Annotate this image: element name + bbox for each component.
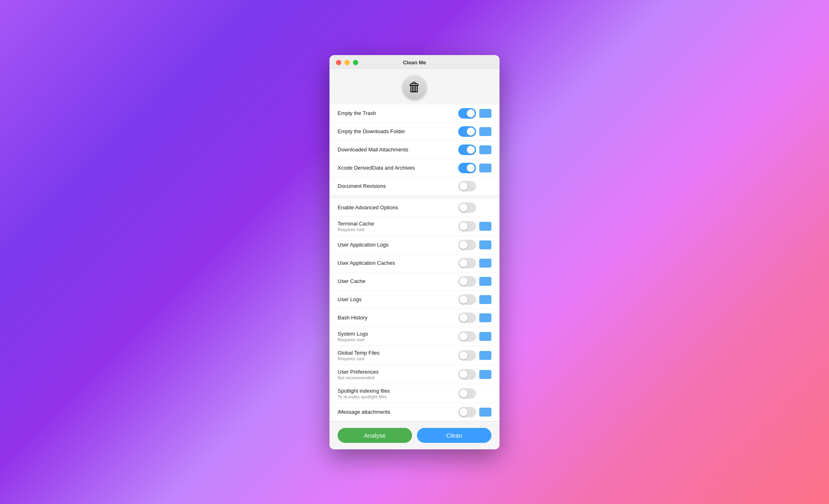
toggle-track-spotlight [458,388,476,399]
toggle-track-bash-history [458,313,476,323]
item-row-user-logs: User Logs [329,291,500,309]
analyse-button[interactable]: Analyse [338,428,412,443]
item-subtitle-global-temp: Requires root [338,356,458,361]
section-divider [329,196,500,199]
item-label-xcode-derived: Xcode DerivedData and Archives [338,165,458,171]
detail-btn-downloaded-mail[interactable] [479,145,491,154]
item-controls-enable-advanced [458,202,491,213]
detail-btn-system-logs[interactable] [479,332,491,341]
item-row-user-cache: User Cache [329,272,500,291]
detail-btn-user-cache[interactable] [479,277,491,286]
toggle-track-empty-trash [458,108,476,119]
item-label-user-prefs: User PreferencesNot recommended [338,369,458,380]
item-controls-user-app-logs [458,240,491,250]
toggle-thumb-system-logs [459,332,468,340]
item-name-empty-trash: Empty the Trash [338,110,458,116]
item-label-imessage: iMessage attachments [338,409,458,415]
detail-btn-user-app-logs[interactable] [479,240,491,249]
item-label-downloaded-mail: Downloaded Mail Attachments [338,147,458,153]
item-subtitle-spotlight: To re-index spotlight files [338,394,458,399]
toggle-user-logs[interactable] [458,294,476,305]
toggle-track-user-prefs [458,369,476,380]
detail-btn-user-app-caches[interactable] [479,259,491,268]
item-label-bash-history: Bash History [338,315,458,321]
item-subtitle-user-prefs: Not recommended [338,375,458,380]
toggle-downloaded-mail[interactable] [458,145,476,155]
toggle-thumb-spotlight [459,389,468,398]
detail-btn-empty-downloads[interactable] [479,127,491,136]
toggle-user-app-caches[interactable] [458,258,476,268]
detail-btn-empty-trash[interactable] [479,109,491,118]
trash-icon: 🗑 [408,80,421,95]
minimize-button[interactable] [344,60,350,65]
toggle-spotlight[interactable] [458,388,476,399]
toggle-system-logs[interactable] [458,331,476,342]
toggle-thumb-user-cache [459,277,468,285]
maximize-button[interactable] [353,60,358,65]
item-controls-bash-history [458,313,491,323]
toggle-thumb-terminal-cache [459,222,468,230]
toggle-user-app-logs[interactable] [458,240,476,250]
toggle-empty-downloads[interactable] [458,126,476,137]
item-row-downloaded-mail: Downloaded Mail Attachments [329,141,500,159]
detail-btn-global-temp[interactable] [479,351,491,360]
item-label-spotlight: Spotlight indexing filesTo re-index spot… [338,388,458,399]
app-window: Clean Me 🗑 Empty the TrashEmpty the Down… [329,55,500,449]
item-row-imessage: iMessage attachments [329,403,500,421]
item-name-user-app-logs: User Application Logs [338,242,458,248]
toggle-user-prefs[interactable] [458,369,476,380]
item-label-terminal-cache: Terminal CacheRequires root [338,221,458,232]
item-subtitle-terminal-cache: Requires root [338,227,458,232]
toggle-imessage[interactable] [458,407,476,417]
item-row-enable-advanced: Enable Advanced Options [329,199,500,217]
toggle-global-temp[interactable] [458,350,476,361]
toggle-document-revisions[interactable] [458,181,476,191]
toggle-thumb-user-prefs [459,370,468,379]
toggle-enable-advanced[interactable] [458,202,476,213]
item-row-empty-downloads: Empty the Downloads Folder [329,123,500,141]
toggle-thumb-document-revisions [459,182,468,190]
toggle-thumb-user-app-caches [459,259,468,267]
toggle-thumb-bash-history [459,314,468,322]
detail-btn-user-prefs[interactable] [479,370,491,379]
item-controls-user-prefs [458,369,491,380]
toggle-thumb-user-app-logs [459,241,468,249]
toggle-user-cache[interactable] [458,276,476,287]
item-name-user-logs: User Logs [338,296,458,302]
detail-btn-bash-history[interactable] [479,313,491,322]
toggle-xcode-derived[interactable] [458,163,476,173]
item-name-global-temp: Global Temp Files [338,350,458,356]
item-row-user-app-caches: User Application Caches [329,254,500,272]
item-name-system-logs: System Logs [338,331,458,337]
item-row-document-revisions: Document Revisions [329,177,500,196]
toggle-empty-trash[interactable] [458,108,476,119]
toggle-terminal-cache[interactable] [458,221,476,232]
item-row-system-logs: System LogsRequires root [329,327,500,346]
close-button[interactable] [336,60,341,65]
toggle-thumb-empty-downloads [467,128,475,136]
detail-btn-imessage[interactable] [479,408,491,417]
item-subtitle-system-logs: Requires root [338,337,458,342]
toggle-track-xcode-derived [458,163,476,173]
detail-btn-xcode-derived[interactable] [479,164,491,172]
item-row-xcode-derived: Xcode DerivedData and Archives [329,159,500,177]
item-label-document-revisions: Document Revisions [338,183,458,189]
item-controls-empty-trash [458,108,491,119]
content-area: Empty the TrashEmpty the Downloads Folde… [329,104,500,421]
bottom-bar: Analyse Clean [329,421,500,449]
detail-btn-user-logs[interactable] [479,295,491,304]
toggle-track-downloaded-mail [458,145,476,155]
detail-btn-terminal-cache[interactable] [479,222,491,231]
window-title: Clean Me [403,60,426,66]
item-label-enable-advanced: Enable Advanced Options [338,204,458,211]
toggle-bash-history[interactable] [458,313,476,323]
item-row-user-app-logs: User Application Logs [329,236,500,254]
item-row-terminal-cache: Terminal CacheRequires root [329,217,500,236]
toggle-track-empty-downloads [458,126,476,137]
toggle-track-enable-advanced [458,202,476,213]
toggle-thumb-imessage [459,408,468,416]
toggle-track-user-app-logs [458,240,476,250]
item-controls-empty-downloads [458,126,491,137]
clean-button[interactable]: Clean [417,428,491,443]
app-icon-area: 🗑 [329,69,500,104]
